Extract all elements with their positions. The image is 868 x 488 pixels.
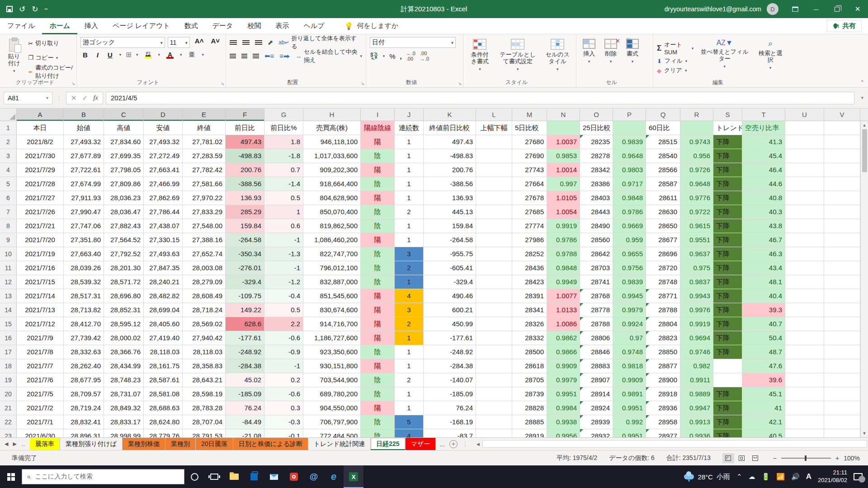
cell[interactable] xyxy=(824,331,860,345)
row-header-13[interactable]: 13 xyxy=(0,289,17,303)
cell[interactable]: 28540 xyxy=(646,149,680,163)
cell[interactable]: -498.83 xyxy=(424,149,476,163)
cell[interactable]: 0.9551 xyxy=(680,233,713,247)
row-header-17[interactable]: 17 xyxy=(0,345,17,359)
sheet-tab-マザー[interactable]: マザー xyxy=(406,438,436,450)
cell[interactable]: 28877 xyxy=(646,359,680,373)
cell[interactable]: 28566 xyxy=(646,163,680,177)
cell[interactable]: 27,663.40 xyxy=(64,247,104,261)
cell[interactable]: 28885 xyxy=(512,415,547,429)
cell[interactable]: 28403 xyxy=(580,191,613,205)
cell[interactable]: 27,663.41 xyxy=(144,163,183,177)
cell[interactable]: 28823 xyxy=(646,331,680,345)
cell[interactable]: 3 xyxy=(395,247,424,261)
cell[interactable]: 445.13 xyxy=(424,205,476,219)
row-header-10[interactable]: 10 xyxy=(0,247,17,261)
cell[interactable]: 3 xyxy=(395,303,424,317)
cell[interactable]: 28919 xyxy=(512,429,547,437)
cell[interactable]: 28423 xyxy=(512,275,547,289)
save-icon[interactable] xyxy=(6,6,13,12)
wrap-text-button[interactable]: ab↵折り返して全体を表示する xyxy=(278,37,362,48)
cell[interactable] xyxy=(785,219,824,233)
cell[interactable]: -83.7 xyxy=(424,429,476,437)
cell[interactable]: 2021/7/19 xyxy=(17,247,64,261)
bottom-align-icon[interactable] xyxy=(255,39,262,46)
cell[interactable]: 1 xyxy=(395,149,424,163)
cell[interactable]: 28,569.02 xyxy=(183,317,226,331)
cell[interactable] xyxy=(476,261,512,275)
cell[interactable]: 1 xyxy=(264,205,303,219)
cell[interactable]: 下降 xyxy=(713,429,742,437)
column-header-O[interactable]: O xyxy=(580,108,613,121)
sheet-tab-日別と株価による診断[interactable]: 日別と株価による診断 xyxy=(233,438,308,450)
cell[interactable] xyxy=(824,387,860,401)
decrease-indent-icon[interactable]: ⬅≡ xyxy=(264,52,274,60)
cell[interactable]: 27664 xyxy=(512,177,547,191)
cell[interactable]: 0.3 xyxy=(264,401,303,415)
cell[interactable]: 27,581.66 xyxy=(183,177,226,191)
cell[interactable]: 陽 xyxy=(361,303,395,317)
cell[interactable]: 28235 xyxy=(580,135,613,149)
share-button[interactable]: 🗣 共有 xyxy=(827,20,862,32)
cell[interactable]: 27,862.69 xyxy=(144,191,183,205)
cell[interactable]: -388.56 xyxy=(226,177,264,191)
cell-styles-button[interactable]: セルのスタイル▾ xyxy=(543,37,572,78)
cell[interactable]: 1.0014 xyxy=(547,163,580,177)
cell[interactable]: 1 xyxy=(395,219,424,233)
cell[interactable]: 28,748.23 xyxy=(104,373,144,387)
cell[interactable]: 27,990.47 xyxy=(64,205,104,219)
cell[interactable]: 陰 xyxy=(361,387,395,401)
cell[interactable]: 安値 xyxy=(144,121,183,135)
cell[interactable]: 0.9694 xyxy=(680,331,713,345)
cell[interactable]: 703,544,900 xyxy=(303,373,361,387)
cell[interactable] xyxy=(824,135,860,149)
cell[interactable] xyxy=(785,359,824,373)
cell[interactable]: 830,674,600 xyxy=(303,303,361,317)
cell[interactable] xyxy=(476,345,512,359)
cell[interactable]: 0.9909 xyxy=(547,359,580,373)
cell[interactable]: 28,118.03 xyxy=(144,345,183,359)
cell[interactable]: 27,747.06 xyxy=(64,219,104,233)
italic-button[interactable]: I xyxy=(94,51,101,59)
cell[interactable] xyxy=(476,191,512,205)
cell[interactable]: 1 xyxy=(395,401,424,415)
cell[interactable]: 41 xyxy=(742,401,785,415)
cell[interactable]: 27743 xyxy=(512,163,547,177)
cell[interactable] xyxy=(785,233,824,247)
ribbon-display-options-icon[interactable]: 🗖 xyxy=(785,0,806,18)
cell[interactable]: 796,012,100 xyxy=(303,261,361,275)
cell[interactable]: 陽 xyxy=(361,191,395,205)
cell[interactable]: 0.9862 xyxy=(547,331,580,345)
cell[interactable]: 851,545,600 xyxy=(303,289,361,303)
cell[interactable]: 0.9839 xyxy=(613,135,646,149)
cell[interactable]: 2 xyxy=(395,261,424,275)
cut-button[interactable]: ✂切り取り xyxy=(28,38,73,49)
cell[interactable] xyxy=(476,415,512,429)
cell[interactable]: 0.9615 xyxy=(680,219,713,233)
cell[interactable]: 2021/7/13 xyxy=(17,303,64,317)
cell[interactable]: -605.41 xyxy=(424,261,476,275)
increase-indent-icon[interactable]: ≡⮕ xyxy=(279,52,290,60)
cell[interactable]: 27,792.52 xyxy=(104,247,144,261)
cell[interactable]: 28490 xyxy=(580,219,613,233)
cell[interactable]: 0.9756 xyxy=(613,261,646,275)
cell[interactable]: 0.9786 xyxy=(547,233,580,247)
cell[interactable]: 始値 xyxy=(64,121,104,135)
cell[interactable]: 0.9776 xyxy=(680,191,713,205)
cell[interactable]: 0.9945 xyxy=(613,289,646,303)
cell[interactable]: 2021/7/26 xyxy=(17,205,64,219)
cell[interactable]: -264.58 xyxy=(424,233,476,247)
hscroll-left-icon[interactable]: ◀ xyxy=(474,442,482,446)
cell[interactable]: 27,739.42 xyxy=(64,331,104,345)
cell[interactable]: 40.5 xyxy=(742,429,785,437)
cell[interactable]: 28932 xyxy=(580,429,613,437)
cell[interactable]: -276.01 xyxy=(226,261,264,275)
cell[interactable]: -1.2 xyxy=(264,275,303,289)
cell[interactable]: 28,036.47 xyxy=(104,205,144,219)
cell[interactable] xyxy=(680,121,713,135)
format-as-table-button[interactable]: テーブルとして書式設定▾ xyxy=(496,37,539,78)
cell[interactable]: 下降 xyxy=(713,135,742,149)
row-header-14[interactable]: 14 xyxy=(0,303,17,317)
restore-button[interactable] xyxy=(826,0,847,18)
cell[interactable]: 28500 xyxy=(512,345,547,359)
